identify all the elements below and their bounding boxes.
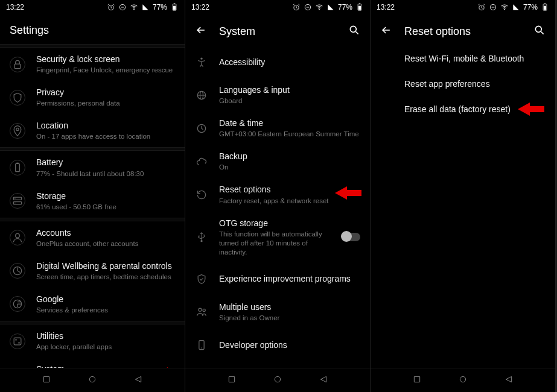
item-system[interactable]: SystemLanguage & keyboard, time, reset, … — [0, 358, 185, 368]
battery-pct: 77% — [523, 3, 538, 11]
dnd-icon — [118, 3, 127, 11]
nav-recent[interactable] — [227, 375, 237, 387]
item-developer[interactable]: Developer options — [185, 329, 370, 361]
dnd-icon — [489, 3, 497, 11]
item-title: Reset app preferences — [404, 78, 546, 89]
google-icon — [10, 296, 25, 312]
wifi-icon — [130, 3, 138, 11]
status-icons: 77% — [292, 3, 364, 11]
item-utilities[interactable]: UtilitiesApp locker, parallel apps — [0, 324, 185, 358]
item-title: Reset options — [219, 184, 360, 195]
item-privacy[interactable]: PrivacyPermissions, personal data — [0, 81, 185, 114]
alarm-icon — [477, 3, 486, 11]
navbar — [371, 368, 555, 392]
battery-pct: 77% — [153, 3, 167, 11]
item-title: Accessibility — [219, 57, 360, 68]
alarm-icon — [292, 3, 301, 11]
battery-icon — [10, 160, 25, 175]
item-battery[interactable]: Battery77% - Should last until about 08:… — [0, 151, 185, 184]
item-title: Storage — [36, 191, 175, 201]
item-title: OTG storage — [219, 218, 331, 229]
status-time: 13:22 — [191, 3, 209, 11]
dnd-icon — [304, 3, 312, 11]
nav-back[interactable] — [504, 375, 514, 387]
item-storage[interactable]: Storage61% used - 50.50 GB free — [0, 185, 185, 218]
item-sub: Screen time, app timers, bedtime schedul… — [36, 273, 175, 282]
battery-icon — [355, 3, 364, 11]
item-reset-options[interactable]: Reset optionsFactory reset, apps & netwo… — [185, 178, 370, 211]
item-sub: Fingerprint, Face Unlock, emergency resc… — [36, 66, 175, 75]
item-languages[interactable]: Languages & inputGboard — [185, 78, 370, 112]
item-ram[interactable]: RAM Boost — [185, 361, 370, 368]
reset-icon — [195, 188, 208, 201]
item-sub: Permissions, personal data — [36, 99, 175, 108]
lock-icon — [10, 57, 25, 72]
item-experience[interactable]: Experience improvement programs — [185, 263, 370, 296]
wellbeing-icon — [10, 263, 25, 279]
status-icons: 77% — [107, 3, 179, 11]
item-title: Languages & input — [219, 84, 360, 95]
navbar — [0, 368, 185, 392]
item-location[interactable]: LocationOn - 17 apps have access to loca… — [0, 114, 185, 147]
phone-icon — [195, 338, 208, 352]
item-sub: On — [219, 163, 360, 172]
item-title: Developer options — [219, 340, 360, 350]
item-sub: GMT+03:00 Eastern European Summer Time — [219, 130, 360, 139]
search-button[interactable] — [348, 24, 360, 39]
item-datetime[interactable]: Date & timeGMT+03:00 Eastern European Su… — [185, 112, 370, 145]
item-accessibility[interactable]: Accessibility — [185, 46, 370, 78]
item-title: Reset Wi-Fi, mobile & Bluetooth — [404, 53, 546, 64]
item-title: Battery — [36, 157, 175, 168]
item-title: Erase all data (factory reset) — [404, 104, 546, 115]
system-list[interactable]: Accessibility Languages & inputGboard Da… — [185, 46, 370, 368]
item-title: Location — [36, 120, 175, 131]
item-google[interactable]: GoogleServices & preferences — [0, 288, 185, 321]
back-button[interactable] — [195, 24, 207, 39]
screen-settings: 13:22 77% Settings Security & lock scree… — [0, 0, 185, 392]
navbar — [185, 368, 370, 392]
item-sub: App locker, parallel apps — [36, 343, 175, 352]
nav-home[interactable] — [458, 375, 468, 387]
page-title: Settings — [10, 24, 175, 37]
item-security[interactable]: Security & lock screenFingerprint, Face … — [0, 48, 185, 81]
item-accounts[interactable]: AccountsOnePlus account, other accounts — [0, 221, 185, 254]
nav-recent[interactable] — [42, 375, 51, 387]
nav-back[interactable] — [319, 375, 328, 387]
battery-icon — [170, 3, 179, 11]
wifi-icon — [315, 3, 323, 11]
item-title: Accounts — [36, 227, 175, 238]
search-button[interactable] — [533, 24, 546, 39]
item-reset-wifi[interactable]: Reset Wi-Fi, mobile & Bluetooth — [371, 46, 555, 71]
header: Reset options — [371, 14, 555, 46]
header: Settings — [0, 14, 185, 44]
globe-icon — [195, 89, 208, 102]
storage-icon — [10, 193, 25, 209]
battery-icon — [541, 3, 549, 11]
usb-icon — [195, 230, 208, 244]
item-multiusers[interactable]: Multiple usersSigned in as Owner — [185, 296, 370, 329]
nav-recent[interactable] — [412, 375, 422, 387]
item-wellbeing[interactable]: Digital Wellbeing & parental controlsScr… — [0, 254, 185, 288]
location-icon — [10, 123, 25, 139]
screen-system: 13:22 77% System Accessibility Languages… — [185, 0, 371, 392]
reset-list[interactable]: Reset Wi-Fi, mobile & Bluetooth Reset ap… — [371, 46, 555, 368]
settings-list[interactable]: Security & lock screenFingerprint, Face … — [0, 44, 185, 368]
back-button[interactable] — [380, 24, 392, 39]
otg-toggle[interactable] — [342, 233, 360, 241]
item-backup[interactable]: BackupOn — [185, 145, 370, 178]
item-title: Multiple users — [219, 302, 360, 312]
shield-check-icon — [195, 273, 208, 286]
alarm-icon — [107, 3, 115, 11]
item-title: Backup — [219, 151, 360, 162]
nav-back[interactable] — [133, 375, 143, 387]
nav-home[interactable] — [273, 375, 282, 387]
item-reset-app-prefs[interactable]: Reset app preferences — [371, 71, 555, 96]
nav-home[interactable] — [88, 375, 97, 387]
item-otg[interactable]: OTG storageThis function will be automat… — [185, 212, 370, 263]
wifi-icon — [500, 3, 509, 11]
item-sub: 61% used - 50.50 GB free — [36, 203, 175, 212]
item-factory-reset[interactable]: Erase all data (factory reset) — [371, 96, 555, 122]
page-title: System — [219, 25, 255, 38]
status-icons: 77% — [477, 3, 549, 11]
users-icon — [195, 305, 208, 318]
